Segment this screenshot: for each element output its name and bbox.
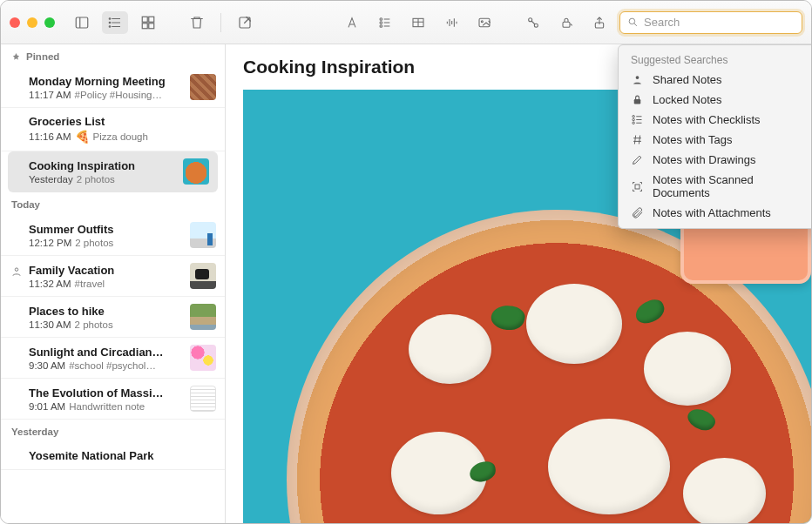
svg-rect-8 (142, 17, 147, 22)
note-time: Yesterday (29, 174, 73, 185)
note-row-evolution-massive[interactable]: The Evolution of Massi… 9:01 AM Handwrit… (1, 379, 225, 420)
svg-line-48 (639, 136, 639, 144)
new-note-button[interactable] (232, 11, 258, 34)
note-thumb (190, 74, 216, 100)
note-thumb (190, 345, 216, 371)
checklist-button[interactable] (372, 11, 398, 34)
note-row-summer-outfits[interactable]: Summer Outfits 12:12 PM 2 photos (1, 215, 225, 256)
svg-point-43 (633, 122, 635, 124)
format-text-button[interactable] (339, 11, 365, 34)
pinned-section-header: Pinned (1, 44, 225, 67)
shared-icon (10, 265, 23, 278)
svg-point-29 (481, 20, 483, 22)
people-icon (631, 73, 644, 86)
note-row-yosemite[interactable]: Yosemite National Park (1, 442, 225, 470)
note-row-groceries[interactable]: Groceries List 11:16 AM 🍕 Pizza dough (1, 108, 225, 151)
suggested-label: Notes with Attachments (653, 206, 771, 219)
svg-rect-11 (149, 23, 154, 28)
note-title-text: Groceries List (29, 115, 216, 128)
suggested-shared-notes[interactable]: Shared Notes (619, 70, 811, 90)
note-time: 12:12 PM (29, 238, 71, 248)
search-input[interactable] (644, 16, 795, 29)
lock-icon (631, 93, 644, 106)
checklist-icon (631, 113, 644, 126)
suggested-header: Suggested Searches (619, 50, 811, 70)
svg-line-35 (634, 24, 637, 26)
suggested-scanned[interactable]: Notes with Scanned Documents (619, 170, 811, 203)
note-row-cooking[interactable]: Cooking Inspiration Yesterday 2 photos (8, 151, 218, 192)
suggested-locked-notes[interactable]: Locked Notes (619, 90, 811, 110)
pencil-icon (631, 153, 644, 166)
note-thumb (190, 263, 216, 289)
suggested-tags[interactable]: Notes with Tags (619, 130, 811, 150)
note-title-text: Sunlight and Circadian… (29, 346, 183, 359)
toggle-sidebar-button[interactable] (69, 11, 95, 34)
note-row-places-to-hike[interactable]: Places to hike 11:30 AM 2 photos (1, 297, 225, 338)
window-controls (10, 17, 55, 28)
note-editor[interactable]: Cooking Inspiration (226, 44, 811, 523)
note-row-sunlight-circadian[interactable]: Sunlight and Circadian… 9:30 AM #school … (1, 338, 225, 379)
share-button[interactable] (586, 11, 612, 34)
yesterday-section-header: Yesterday (1, 420, 225, 442)
svg-point-37 (636, 76, 639, 79)
svg-point-18 (380, 24, 382, 27)
svg-point-34 (629, 18, 635, 24)
suggested-searches-dropdown: Suggested Searches Shared Notes Locked N… (618, 44, 811, 229)
svg-rect-28 (479, 18, 490, 26)
note-meta: 2 photos (75, 319, 113, 330)
search-icon (627, 17, 639, 28)
close-window-button[interactable] (10, 17, 20, 28)
note-meta: 2 photos (77, 174, 115, 185)
suggested-attachments[interactable]: Notes with Attachments (619, 203, 811, 223)
svg-point-41 (633, 118, 635, 121)
note-meta: #Policy #Housing… (75, 90, 162, 100)
pinned-label: Pinned (26, 51, 59, 62)
svg-point-7 (109, 25, 111, 27)
note-title-text: Places to hike (29, 305, 183, 318)
note-thumb (190, 304, 216, 330)
suggested-label: Notes with Tags (653, 133, 733, 146)
link-note-button[interactable] (520, 11, 546, 34)
note-title-text: The Evolution of Massi… (29, 386, 183, 400)
suggested-drawings[interactable]: Notes with Drawings (619, 150, 811, 170)
note-title-text: Monday Morning Meeting (29, 75, 183, 88)
note-row-monday-meeting[interactable]: Monday Morning Meeting 11:17 AM #Policy … (1, 67, 225, 108)
toolbar (1, 1, 811, 44)
svg-point-39 (633, 116, 635, 118)
gallery-view-button[interactable] (135, 11, 161, 34)
svg-line-47 (634, 136, 635, 144)
svg-point-5 (109, 17, 111, 19)
note-thumb (183, 158, 209, 185)
suggested-checklists[interactable]: Notes with Checklists (619, 110, 811, 130)
note-meta: Pizza dough (93, 131, 148, 142)
svg-rect-32 (563, 22, 570, 27)
list-view-button[interactable] (102, 11, 128, 34)
notes-sidebar[interactable]: Pinned Monday Morning Meeting 11:17 AM #… (1, 44, 226, 523)
media-button[interactable] (471, 11, 497, 34)
delete-note-button[interactable] (184, 11, 210, 34)
audio-button[interactable] (438, 11, 464, 34)
search-field[interactable] (619, 11, 802, 34)
note-time: 11:30 AM (29, 319, 71, 330)
fullscreen-window-button[interactable] (44, 17, 55, 28)
svg-rect-38 (634, 99, 641, 104)
today-section-header: Today (1, 192, 225, 215)
note-thumb (190, 222, 216, 248)
svg-point-14 (380, 17, 382, 20)
svg-rect-49 (635, 185, 639, 189)
yesterday-label: Yesterday (11, 427, 58, 437)
note-time: 9:30 AM (29, 360, 65, 371)
search-container (619, 11, 802, 34)
table-button[interactable] (405, 11, 431, 34)
minimize-window-button[interactable] (27, 17, 37, 28)
pin-icon (11, 52, 21, 62)
suggested-label: Locked Notes (653, 93, 722, 106)
content-area: Pinned Monday Morning Meeting 11:17 AM #… (1, 44, 811, 523)
suggested-label: Notes with Checklists (653, 113, 761, 126)
note-row-family-vacation[interactable]: Family Vacation 11:32 AM #travel (1, 256, 225, 297)
app-window: Pinned Monday Morning Meeting 11:17 AM #… (0, 0, 812, 524)
svg-rect-0 (76, 17, 88, 28)
lock-button[interactable] (553, 11, 579, 34)
svg-point-16 (380, 21, 382, 24)
scan-icon (631, 180, 644, 193)
